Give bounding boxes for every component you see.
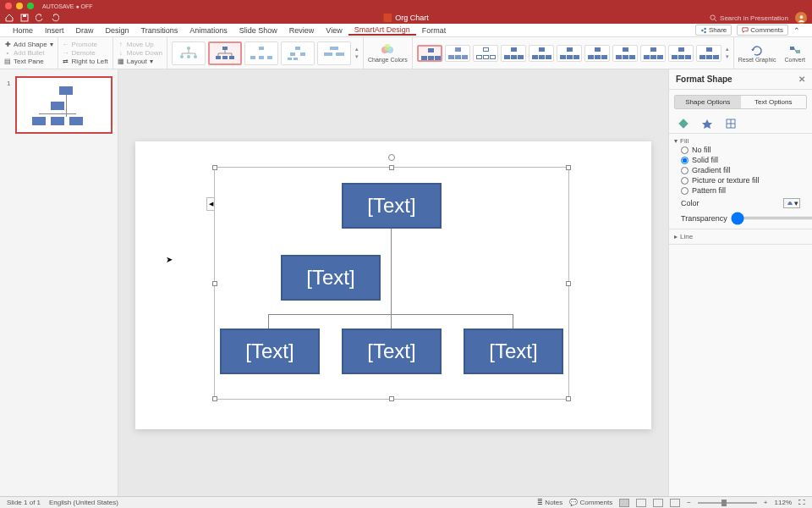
fit-slide-icon[interactable]: ⛶ [798,499,805,506]
layout-option-3[interactable] [244,41,278,65]
color-picker-button[interactable]: ▾ [783,198,800,208]
reading-view-icon[interactable] [653,499,663,507]
zoom-slider[interactable] [698,502,757,504]
style-option-7[interactable] [584,45,610,62]
redo-icon[interactable] [51,14,59,22]
style-option-5[interactable] [529,45,554,62]
style-option-9[interactable] [640,45,666,62]
tab-draw[interactable]: Draw [70,26,100,35]
layout-option-4[interactable] [281,41,315,65]
picture-fill-radio[interactable]: Picture or texture fill [674,175,807,185]
comments-button[interactable]: Comments [737,25,788,36]
minimize-window-icon[interactable] [16,3,23,9]
resize-handle-r[interactable] [566,281,571,286]
tab-review[interactable]: Review [283,26,321,35]
comments-button[interactable]: 💬 Comments [569,499,612,506]
no-fill-radio[interactable]: No fill [674,145,807,155]
tab-transitions[interactable]: Transitions [135,26,184,35]
styles-scroll-up-icon[interactable]: ▴ [726,46,729,52]
transparency-slider[interactable] [731,217,812,219]
zoom-level[interactable]: 112% [775,499,792,506]
collapse-ribbon-icon[interactable]: ⌃ [793,26,800,35]
add-shape-button[interactable]: ✚Add Shape ▾ [4,41,53,48]
close-pane-icon[interactable]: ✕ [798,75,805,84]
tab-home[interactable]: Home [7,26,39,35]
layouts-scroll-up-icon[interactable]: ▴ [355,46,359,52]
layout-button[interactable]: ▦Layout ▾ [118,58,162,65]
resize-handle-tl[interactable] [212,165,217,170]
svg-marker-43 [702,119,712,129]
zoom-in-icon[interactable]: + [764,499,768,506]
save-icon[interactable] [20,14,29,22]
solid-fill-radio[interactable]: Solid fill [674,155,807,165]
text-pane-button[interactable]: ▤Text Pane [4,58,53,65]
style-option-1-selected[interactable] [417,45,442,62]
layout-option-1[interactable] [172,41,206,65]
styles-scroll-down-icon[interactable]: ▾ [726,53,729,60]
undo-icon[interactable] [36,14,44,22]
home-icon[interactable] [5,14,14,22]
text-options-tab[interactable]: Text Options [741,96,807,108]
tab-design[interactable]: Design [100,26,135,35]
zoom-out-icon[interactable]: − [687,499,691,506]
style-option-2[interactable] [445,45,470,62]
tab-smartart-design[interactable]: SmartArt Design [348,25,416,36]
tab-animations[interactable]: Animations [184,26,233,35]
shape-options-tab[interactable]: Shape Options [675,96,741,108]
close-window-icon[interactable] [5,3,12,9]
share-button[interactable]: Share [695,25,732,36]
style-option-11[interactable] [696,45,721,62]
smartart-selection-frame[interactable]: ◀ [Text] [Text] [Text] [Text] [Text] [214,167,569,400]
tab-slide-show[interactable]: Slide Show [233,26,283,35]
org-node-root[interactable]: [Text] [342,183,442,229]
org-node-child-1[interactable]: [Text] [220,329,320,374]
style-option-8[interactable] [612,45,638,62]
slideshow-view-icon[interactable] [670,499,680,507]
main-area: 1 ◀ [0,69,812,501]
normal-view-icon[interactable] [619,499,629,507]
resize-handle-b[interactable] [389,396,394,401]
rotate-handle[interactable] [388,154,395,161]
style-option-4[interactable] [501,45,526,62]
resize-handle-tr[interactable] [566,165,571,170]
slide-thumbnail-1[interactable]: 1 [15,76,112,134]
effects-tab-icon[interactable] [701,118,713,130]
fill-line-tab-icon[interactable] [678,118,689,130]
layouts-scroll-down-icon[interactable]: ▾ [355,53,359,60]
size-tab-icon[interactable] [725,118,737,130]
tab-view[interactable]: View [320,26,348,35]
tab-insert[interactable]: Insert [39,26,70,35]
org-node-assistant[interactable]: [Text] [281,255,381,301]
layout-option-5[interactable] [317,41,351,65]
language-label[interactable]: English (United States) [49,499,118,506]
line-section-toggle[interactable]: ▸Line [674,233,807,240]
resize-handle-t[interactable] [389,165,394,170]
maximize-window-icon[interactable] [27,3,34,9]
gradient-fill-radio[interactable]: Gradient fill [674,165,807,175]
style-option-6[interactable] [557,45,582,62]
fill-section-toggle[interactable]: ▾Fill [674,137,807,145]
sorter-view-icon[interactable] [636,499,646,507]
slide-canvas-area[interactable]: ◀ [Text] [Text] [Text] [Text] [Text] ➤ [118,69,668,501]
reset-graphic-button[interactable]: Reset Graphic [734,37,781,69]
search-input[interactable]: Search in Presentation [710,14,788,22]
change-colors-button[interactable]: Change Colors [364,37,413,69]
user-avatar[interactable] [795,12,807,24]
style-option-3[interactable] [473,45,498,62]
org-node-child-3[interactable]: [Text] [464,329,563,374]
resize-handle-bl[interactable] [212,396,217,401]
notes-button[interactable]: ≣ Notes [537,499,562,506]
style-option-10[interactable] [668,45,694,62]
convert-button[interactable]: Convert [780,37,809,69]
org-node-child-2[interactable]: [Text] [342,329,442,374]
smartart-text-pane-tab[interactable]: ◀ [206,197,214,211]
slide-canvas[interactable]: ◀ [Text] [Text] [Text] [Text] [Text] ➤ [135,141,651,429]
right-to-left-button[interactable]: ⇄Right to Left [63,58,108,65]
autosave-label[interactable]: AUTOSAVE ● OFF [42,3,93,9]
layout-option-2-selected[interactable] [208,41,242,65]
pattern-fill-radio[interactable]: Pattern fill [674,185,807,196]
tab-format[interactable]: Format [416,26,453,35]
slide-counter[interactable]: Slide 1 of 1 [7,499,41,506]
resize-handle-l[interactable] [212,281,217,286]
resize-handle-br[interactable] [566,396,571,401]
